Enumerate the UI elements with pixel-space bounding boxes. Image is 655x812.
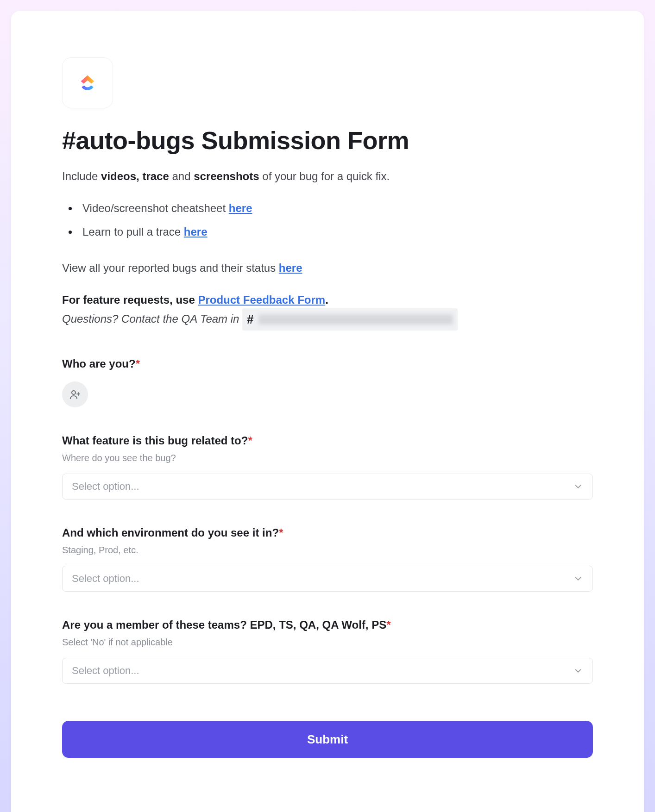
select-placeholder: Select option... xyxy=(72,665,139,677)
team-select[interactable]: Select option... xyxy=(62,658,593,684)
view-bugs-link[interactable]: here xyxy=(279,262,302,274)
field-label: Are you a member of these teams? EPD, TS… xyxy=(62,618,593,631)
field-who: Who are you?* xyxy=(62,357,593,407)
label-text: Are you a member of these teams? EPD, TS… xyxy=(62,618,386,631)
product-feedback-link[interactable]: Product Feedback Form xyxy=(198,294,325,306)
text: View all your reported bugs and their st… xyxy=(62,262,279,274)
text-bold: . xyxy=(325,294,328,306)
required-mark: * xyxy=(136,357,140,370)
text: and xyxy=(169,170,194,182)
svg-point-0 xyxy=(72,391,76,394)
field-label: And which environment do you see it in?* xyxy=(62,526,593,539)
field-label: Who are you?* xyxy=(62,357,593,370)
redacted-channel-name xyxy=(258,314,453,325)
trace-link[interactable]: here xyxy=(184,225,208,238)
list-item: Learn to pull a trace here xyxy=(69,223,593,240)
hash-icon: # xyxy=(247,310,253,329)
select-placeholder: Select option... xyxy=(72,573,139,585)
page-title: #auto-bugs Submission Form xyxy=(62,126,593,155)
form-card: #auto-bugs Submission Form Include video… xyxy=(11,11,644,812)
field-feature: What feature is this bug related to?* Wh… xyxy=(62,434,593,500)
feature-select[interactable]: Select option... xyxy=(62,474,593,500)
text: of your bug for a quick fix. xyxy=(259,170,390,182)
app-logo xyxy=(62,57,113,108)
chevron-down-icon xyxy=(573,481,583,492)
text: Video/screenshot cheatsheet xyxy=(82,202,229,214)
label-text: And which environment do you see it in? xyxy=(62,526,279,539)
clickup-logo-icon xyxy=(74,69,101,96)
text-bold: screenshots xyxy=(194,170,259,182)
list-item: Video/screenshot cheatsheet here xyxy=(69,200,593,217)
field-help: Staging, Prod, etc. xyxy=(62,545,593,556)
cheatsheet-link[interactable]: here xyxy=(229,202,252,214)
environment-select[interactable]: Select option... xyxy=(62,566,593,592)
text: Learn to pull a trace xyxy=(82,225,184,238)
required-mark: * xyxy=(386,618,390,631)
label-text: Who are you? xyxy=(62,357,136,370)
field-help: Select 'No' if not applicable xyxy=(62,637,593,648)
label-text: What feature is this bug related to? xyxy=(62,434,248,447)
text-bold: videos, trace xyxy=(101,170,169,182)
chevron-down-icon xyxy=(573,574,583,584)
add-person-button[interactable] xyxy=(62,381,88,407)
text-bold: For feature requests, use xyxy=(62,294,198,306)
view-bugs-line: View all your reported bugs and their st… xyxy=(62,259,593,276)
contact-line: Questions? Contact the QA Team in # xyxy=(62,308,593,331)
required-mark: * xyxy=(279,526,283,539)
intro-lead: Include videos, trace and screenshots of… xyxy=(62,168,593,185)
field-help: Where do you see the bug? xyxy=(62,453,593,463)
chevron-down-icon xyxy=(573,666,583,676)
required-mark: * xyxy=(248,434,252,447)
text: Questions? Contact the QA Team in xyxy=(62,312,242,325)
channel-chip[interactable]: # xyxy=(242,308,457,331)
intro-block: Include videos, trace and screenshots of… xyxy=(62,168,593,331)
select-placeholder: Select option... xyxy=(72,481,139,493)
intro-list: Video/screenshot cheatsheet here Learn t… xyxy=(62,200,593,240)
text: Include xyxy=(62,170,101,182)
feature-request-line: For feature requests, use Product Feedba… xyxy=(62,291,593,308)
submit-button[interactable]: Submit xyxy=(62,721,593,758)
field-environment: And which environment do you see it in?*… xyxy=(62,526,593,592)
field-team-member: Are you a member of these teams? EPD, TS… xyxy=(62,618,593,684)
field-label: What feature is this bug related to?* xyxy=(62,434,593,447)
person-add-icon xyxy=(69,389,81,400)
